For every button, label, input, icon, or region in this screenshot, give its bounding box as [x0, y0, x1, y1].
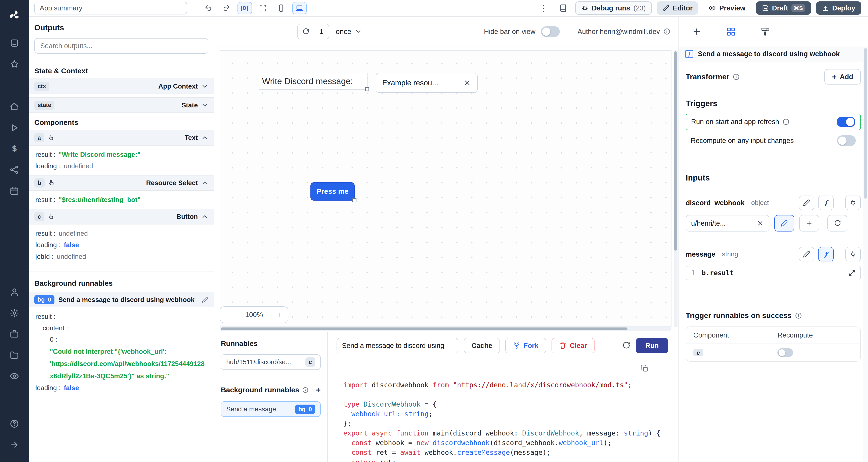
info-icon[interactable]	[302, 387, 309, 393]
windmill-logo-icon[interactable]	[8, 8, 21, 22]
output-row-ctx[interactable]: ctx App Context	[29, 78, 214, 94]
bottom-panels: Runnables hub/1511/discord/se... c Backg…	[214, 332, 678, 462]
code-editor[interactable]: import discordwebhook from "https://deno…	[328, 358, 678, 462]
favorites-star-icon[interactable]	[8, 58, 21, 71]
deploy-button[interactable]: Deploy	[816, 1, 861, 15]
background-runnables-title: Background runnables	[34, 279, 208, 288]
code-toggle-icon[interactable]: ƒ	[818, 247, 834, 261]
recompute-toggle[interactable]	[837, 135, 856, 146]
more-menu-icon[interactable]: ⋮	[536, 2, 551, 14]
refresh-icon[interactable]	[622, 341, 630, 350]
copy-code-icon[interactable]	[641, 364, 648, 372]
collapse-sidebar-icon[interactable]	[8, 438, 21, 451]
desktop-view-icon[interactable]	[292, 2, 307, 14]
run-on-start-row: Run on start and app refresh	[686, 113, 861, 130]
runs-icon[interactable]	[8, 121, 21, 134]
connect-plug-icon[interactable]	[845, 247, 861, 261]
info-icon[interactable]	[663, 28, 671, 35]
folders-icon[interactable]	[8, 349, 21, 362]
app-summary-input[interactable]	[34, 2, 187, 14]
button-component[interactable]: Press me	[310, 182, 354, 201]
schedules-icon[interactable]	[8, 184, 21, 197]
output-row-state[interactable]: state State	[29, 97, 214, 113]
settings-gear-icon[interactable]	[8, 306, 21, 320]
line-number: 1	[691, 269, 695, 277]
refresh-icon[interactable]	[298, 24, 314, 39]
preview-tab-button[interactable]: Preview	[703, 1, 751, 15]
zoom-in-button[interactable]: +	[277, 310, 281, 319]
vertical-scrollbar[interactable]	[674, 51, 678, 327]
runnable-item-hub[interactable]: hub/1511/discord/se... c	[221, 354, 321, 370]
horizontal-scrollbar[interactable]	[220, 327, 672, 331]
home-icon[interactable]	[8, 100, 21, 113]
audit-eye-icon[interactable]	[8, 369, 21, 383]
info-icon[interactable]	[733, 73, 740, 80]
output-row-bg0[interactable]: bg_0 Send a message to discord using web…	[29, 292, 214, 307]
clear-button[interactable]: Clear	[552, 338, 594, 353]
apps-icon[interactable]	[8, 37, 21, 50]
resize-handle[interactable]	[365, 87, 369, 91]
clear-x-icon[interactable]	[757, 220, 764, 227]
edit-pencil-icon[interactable]	[202, 296, 208, 303]
edit-pencil-icon[interactable]	[799, 247, 814, 261]
expression-editor[interactable]: 1 b.result	[686, 266, 861, 280]
chevron-down-icon[interactable]	[201, 83, 208, 90]
cache-button[interactable]: Cache	[464, 338, 500, 353]
row-recompute-toggle[interactable]	[777, 348, 793, 357]
output-row-component-b[interactable]: b Resource Select	[29, 175, 214, 191]
insert-component-tab[interactable]	[691, 26, 703, 38]
expand-icon[interactable]	[849, 270, 855, 276]
refresh-count-group[interactable]: 1	[297, 24, 329, 39]
workers-briefcase-icon[interactable]	[8, 328, 21, 341]
fullscreen-icon[interactable]	[256, 2, 270, 14]
resize-handle[interactable]	[352, 198, 356, 202]
mobile-view-icon[interactable]	[274, 2, 288, 14]
runnable-item-bg0[interactable]: Send a message... bg_0	[221, 401, 321, 417]
zoom-out-button[interactable]: −	[227, 310, 231, 319]
code-toggle-icon[interactable]: ƒ	[818, 196, 834, 210]
output-row-component-c[interactable]: c Button	[29, 209, 214, 225]
chevron-down-icon[interactable]	[201, 102, 208, 109]
hide-bar-toggle[interactable]	[541, 26, 560, 37]
toggle-left-panel-icon[interactable]: |0|	[238, 2, 252, 14]
output-row-component-a[interactable]: a Text	[29, 130, 214, 145]
draft-button[interactable]: Draft ⌘S	[756, 1, 811, 15]
fork-button[interactable]: Fork	[505, 338, 546, 353]
debug-runs-count: (23)	[633, 4, 646, 12]
runnable-item-badge: c	[305, 357, 315, 367]
redo-icon[interactable]	[219, 2, 234, 14]
app-canvas[interactable]: Write Discord message: Example resou... …	[220, 51, 672, 327]
chevron-up-icon[interactable]	[201, 179, 208, 187]
editor-tab-button[interactable]: Editor	[657, 1, 698, 15]
docs-book-icon[interactable]	[556, 2, 570, 14]
connect-plug-icon[interactable]	[845, 196, 861, 210]
undo-icon[interactable]	[201, 2, 215, 14]
run-on-start-toggle[interactable]	[837, 117, 856, 127]
settings-components-tab[interactable]	[725, 26, 737, 38]
text-component[interactable]: Write Discord message:	[259, 73, 368, 90]
add-transformer-button[interactable]: + Add	[825, 69, 861, 85]
add-resource-icon[interactable]	[799, 215, 819, 232]
edit-pencil-icon[interactable]	[774, 215, 794, 232]
add-background-runnable-button[interactable]: +	[316, 385, 321, 395]
runnable-name-input[interactable]	[337, 338, 458, 353]
right-panel-scrollbar[interactable]	[863, 47, 868, 462]
styling-tab[interactable]	[759, 26, 772, 38]
chevron-up-icon[interactable]	[201, 213, 208, 220]
resources-icon[interactable]	[8, 163, 21, 176]
edit-pencil-icon[interactable]	[799, 196, 814, 210]
variables-icon[interactable]: $	[8, 142, 21, 156]
clear-x-icon[interactable]	[463, 79, 471, 87]
debug-runs-button[interactable]: Debug runs (23)	[575, 1, 652, 15]
refresh-icon[interactable]	[828, 215, 847, 232]
resource-select-component[interactable]: Example resou...	[376, 73, 477, 93]
user-icon[interactable]	[8, 285, 21, 299]
chevron-up-icon[interactable]	[201, 134, 208, 141]
search-outputs-input[interactable]	[34, 38, 208, 54]
resource-picker-input[interactable]: u/henri/te...	[686, 215, 769, 232]
info-icon[interactable]	[782, 118, 789, 126]
help-icon[interactable]	[8, 417, 21, 430]
schedule-dropdown[interactable]: once	[336, 28, 362, 36]
info-icon[interactable]	[795, 312, 802, 319]
run-button[interactable]: Run	[636, 338, 668, 353]
